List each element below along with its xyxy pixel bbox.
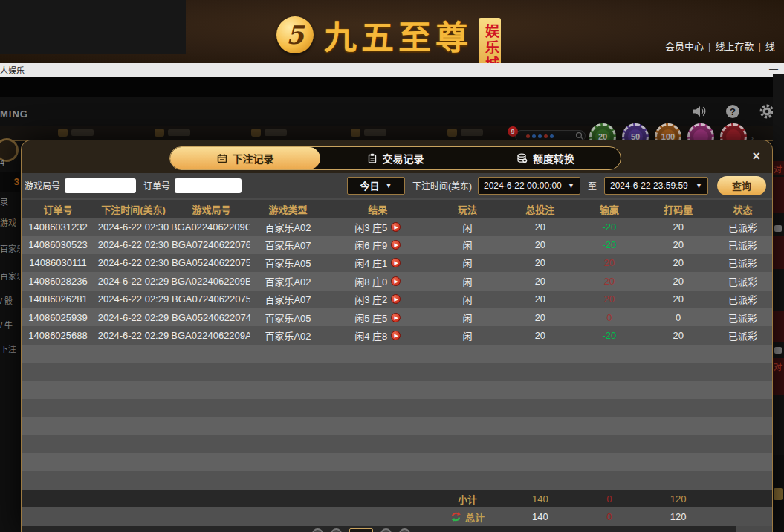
bet-table: 订单号下注时间(美东)游戏局号游戏类型结果玩法总投注输赢打码量状态 140860… <box>22 200 772 532</box>
close-icon[interactable]: × <box>752 149 760 163</box>
table-body: 140860312322024-6-22 02:30BGA0224062209C… <box>22 218 772 490</box>
first-page-button[interactable] <box>312 528 323 532</box>
nav-separator: | <box>754 41 765 52</box>
replay-button[interactable]: ▶ <box>391 294 401 304</box>
play-icon: ▶ <box>395 333 398 338</box>
grand-turnover: 120 <box>643 507 713 525</box>
sidebar-fragment: / 骰 <box>0 294 20 306</box>
date-from-select[interactable]: 2024-6-22 00:00:00 ▼ <box>478 177 580 195</box>
replay-button[interactable]: ▶ <box>391 276 401 286</box>
column-header: 打码量 <box>643 200 713 218</box>
table-cell: 已派彩 <box>713 218 772 236</box>
site-title: 九五至尊 <box>324 16 473 59</box>
tab-group: 下注记录 交易记录 额度转换 <box>169 146 621 170</box>
play-icon: ▶ <box>395 296 398 302</box>
date-range-select[interactable]: 今日 ▼ <box>347 177 405 195</box>
win-loss-cell: -20 <box>575 326 643 344</box>
column-header: 游戏类型 <box>250 200 325 218</box>
column-header: 结果 <box>325 200 430 218</box>
table-cell: 百家乐A07 <box>250 236 325 253</box>
empty-row <box>22 363 772 380</box>
win-loss-cell: -20 <box>575 236 643 253</box>
help-icon[interactable]: ? <box>725 103 741 120</box>
table-cell: 闲 <box>430 326 505 344</box>
win-loss-cell: 0 <box>575 308 643 326</box>
table-cell: 2024-6-22 02:30 <box>94 236 172 253</box>
next-page-button[interactable] <box>380 528 392 532</box>
table-cell: 20 <box>505 254 575 272</box>
game-round-input[interactable] <box>65 178 136 193</box>
order-id-input[interactable] <box>175 178 242 193</box>
replay-button[interactable]: ▶ <box>391 331 401 340</box>
logo-glyph: 5 <box>286 22 304 48</box>
table-cell: BGA05240622075 <box>172 254 250 272</box>
nav-online-deposit[interactable]: 线上存款 <box>715 41 754 52</box>
table-cell: 百家乐A02 <box>250 272 325 290</box>
date-from-value: 2024-6-22 00:00:00 <box>484 181 562 191</box>
column-header: 状态 <box>713 200 772 218</box>
column-header: 游戏局号 <box>172 200 250 218</box>
empty-row <box>22 471 772 489</box>
tab-transaction-records[interactable]: 交易记录 <box>320 147 470 169</box>
pagination-bar <box>21 526 736 532</box>
top-banner: 5 九五至尊 娱乐城 会员中心|线上存款|线 <box>0 0 784 63</box>
table-cell: 闲 <box>430 308 505 326</box>
table-row: 140860305232024-6-22 02:30BGA07240622076… <box>22 236 772 253</box>
replay-button[interactable]: ▶ <box>391 313 401 322</box>
bg-icon <box>774 225 782 232</box>
result-cell: 闲5 庄5▶ <box>325 308 430 326</box>
minimize-button[interactable]: — <box>769 64 778 74</box>
table-cell: 闲 <box>430 272 505 290</box>
empty-row <box>22 417 772 435</box>
bg-gold-fragment <box>774 488 783 500</box>
table-cell: 2024-6-22 02:30 <box>94 218 172 236</box>
column-header: 订单号 <box>22 200 94 218</box>
search-button[interactable]: 查询 <box>717 176 766 195</box>
sound-icon[interactable] <box>690 103 707 120</box>
refresh-icon[interactable] <box>450 511 461 522</box>
replay-button[interactable]: ▶ <box>391 240 401 250</box>
table-row: 140860282362024-6-22 02:29BGA0224062209B… <box>22 272 772 290</box>
table-cell: 已派彩 <box>713 254 772 272</box>
page-number-input[interactable] <box>349 528 373 532</box>
table-cell: 20 <box>505 326 575 344</box>
win-loss-cell: 20 <box>575 272 643 290</box>
date-to-select[interactable]: 2024-6-22 23:59:59 ▼ <box>604 177 708 195</box>
table-cell: 14086030111 <box>22 254 94 272</box>
tab-bet-records[interactable]: 下注记录 <box>170 147 320 169</box>
nav-member-center[interactable]: 会员中心 <box>665 41 704 52</box>
table-cell: 20 <box>643 326 713 344</box>
empty-row <box>22 435 772 453</box>
table-cell: BGA0224062209C <box>172 218 250 236</box>
sidebar-fragment: 百家乐 <box>0 270 20 282</box>
table-cell: 闲 <box>430 236 505 253</box>
nav-separator: | <box>704 41 715 52</box>
subtotal-total-bet: 140 <box>505 490 575 507</box>
table-cell: 已派彩 <box>713 308 772 326</box>
column-header: 输赢 <box>575 200 643 218</box>
logo-circle-icon: 5 <box>276 16 314 53</box>
table-cell: 百家乐A07 <box>250 291 325 308</box>
table-row: 140860301112024-6-22 02:30BGA05240622075… <box>22 254 772 272</box>
replay-button[interactable]: ▶ <box>391 258 401 267</box>
prev-page-button[interactable] <box>331 528 342 532</box>
table-cell: 20 <box>505 272 575 290</box>
column-header: 总投注 <box>505 200 575 218</box>
tab-quota-transfer[interactable]: 额度转换 <box>470 147 621 169</box>
result-cell: 闲4 庄1▶ <box>325 254 430 272</box>
logo-badge: 娱乐城 <box>479 18 501 63</box>
to-label: 至 <box>588 179 597 192</box>
table-cell: 百家乐A05 <box>250 308 325 326</box>
chevron-down-icon: ▼ <box>386 182 392 189</box>
calendar-icon <box>217 153 227 163</box>
replay-button[interactable]: ▶ <box>391 222 401 232</box>
play-icon: ▶ <box>395 260 398 265</box>
table-row: 140860262812024-6-22 02:29BGA07240622075… <box>22 291 772 308</box>
date-to-value: 2024-6-22 23:59:59 <box>610 181 688 191</box>
bet-records-modal: 下注记录 交易记录 额度转换 <box>21 140 773 532</box>
nav-partial-link[interactable]: 线 <box>765 41 775 52</box>
clipboard-icon <box>367 153 378 163</box>
last-page-button[interactable] <box>399 528 410 532</box>
result-text: 闲4 庄1 <box>354 256 387 270</box>
play-icon: ▶ <box>395 315 398 320</box>
